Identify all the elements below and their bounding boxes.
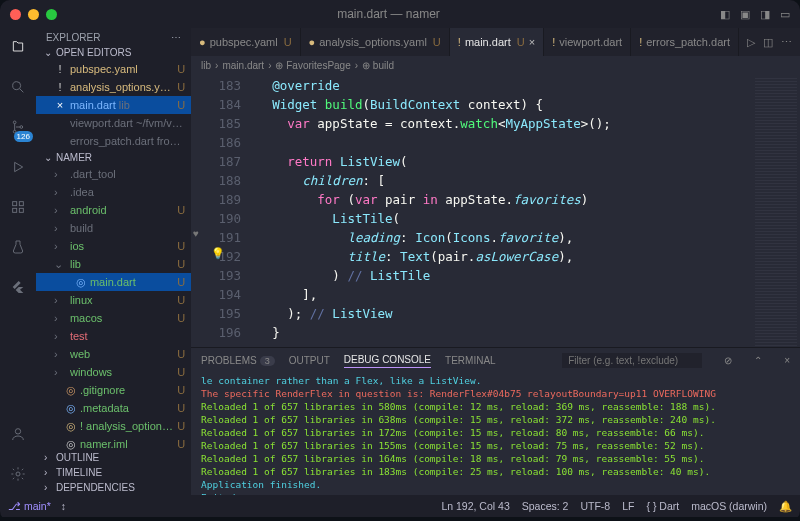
- open-editor-item[interactable]: ×main.dart libU: [36, 96, 191, 114]
- layout-panel-icon[interactable]: ▣: [740, 8, 750, 21]
- svg-rect-4: [13, 202, 17, 206]
- console-line: Reloaded 1 of 657 libraries in 155ms (co…: [201, 439, 790, 452]
- breadcrumbs[interactable]: lib›main.dart›⊕ FavoritesPage›⊕ build: [191, 56, 800, 74]
- console-line: Reloaded 1 of 657 libraries in 638ms (co…: [201, 413, 790, 426]
- sync-icon[interactable]: ↕: [61, 500, 66, 512]
- editor-tabs: ●pubspec.yamlU●analysis_options.yamlU!ma…: [191, 28, 800, 56]
- git-branch[interactable]: ⎇ main*: [8, 500, 51, 512]
- breadcrumb-item[interactable]: ⊕ build: [362, 60, 394, 71]
- sidebar: EXPLORER ⋯ ⌄OPEN EDITORS !pubspec.yamlU!…: [36, 28, 191, 495]
- file-item[interactable]: ◎.metadataU: [36, 399, 191, 417]
- folder-item[interactable]: ›.idea: [36, 183, 191, 201]
- gear-icon[interactable]: [7, 463, 29, 485]
- minimize-icon[interactable]: [28, 9, 39, 20]
- console-line: Reloaded 1 of 657 libraries in 164ms (co…: [201, 452, 790, 465]
- panel-tabs: PROBLEMS3 OUTPUT DEBUG CONSOLE TERMINAL …: [191, 348, 800, 372]
- svg-rect-7: [19, 208, 23, 212]
- folder-item[interactable]: ›webU: [36, 345, 191, 363]
- editor-tab[interactable]: ●pubspec.yamlU: [191, 28, 300, 56]
- timeline-section[interactable]: ›TIMELINE: [36, 465, 191, 480]
- search-icon[interactable]: [7, 76, 29, 98]
- breadcrumb-item[interactable]: main.dart: [222, 60, 264, 71]
- clear-icon[interactable]: ⊘: [724, 355, 732, 366]
- status-item[interactable]: macOS (darwin): [691, 500, 767, 512]
- open-editor-item[interactable]: errors_patch.dart from the SDK: [36, 132, 191, 150]
- editor-tab[interactable]: ●analysis_options.yamlU: [301, 28, 450, 56]
- run-icon[interactable]: ▷: [747, 36, 755, 49]
- close-icon[interactable]: [10, 9, 21, 20]
- split-icon[interactable]: ◫: [763, 36, 773, 49]
- status-item[interactable]: LF: [622, 500, 634, 512]
- minimap[interactable]: [755, 78, 797, 347]
- sidebar-header: EXPLORER ⋯: [36, 28, 191, 45]
- bell-icon[interactable]: 🔔: [779, 500, 792, 513]
- sidebar-title: EXPLORER: [46, 32, 100, 43]
- console-line: Application finished.: [201, 478, 790, 491]
- folder-item[interactable]: ›windowsU: [36, 363, 191, 381]
- tab-debug-console[interactable]: DEBUG CONSOLE: [344, 352, 431, 368]
- folder-item[interactable]: ›androidU: [36, 201, 191, 219]
- open-editor-item[interactable]: !analysis_options.yamlU: [36, 78, 191, 96]
- file-item[interactable]: ◎! analysis_options.yamlU: [36, 417, 191, 435]
- file-item[interactable]: ◎main.dartU: [36, 273, 191, 291]
- panel-close-icon[interactable]: ×: [784, 355, 790, 366]
- project-section[interactable]: ⌄NAMER: [36, 150, 191, 165]
- editor-tab[interactable]: !errors_patch.dart: [631, 28, 739, 56]
- outline-section[interactable]: ›OUTLINE: [36, 450, 191, 465]
- titlebar: main.dart — namer ◧ ▣ ◨ ▭: [0, 0, 800, 28]
- source-control-icon[interactable]: 126: [7, 116, 29, 138]
- editor: ●pubspec.yamlU●analysis_options.yamlU!ma…: [191, 28, 800, 495]
- account-icon[interactable]: [7, 423, 29, 445]
- panel: PROBLEMS3 OUTPUT DEBUG CONSOLE TERMINAL …: [191, 347, 800, 495]
- svg-point-3: [20, 126, 23, 129]
- tab-terminal[interactable]: TERMINAL: [445, 353, 496, 368]
- code-content[interactable]: @override Widget build(BuildContext cont…: [249, 74, 755, 347]
- explorer-icon[interactable]: [7, 36, 29, 58]
- layout-sidebar-icon[interactable]: ◧: [720, 8, 730, 21]
- open-editor-item[interactable]: viewport.dart ~/fvm/versions/stable/pack…: [36, 114, 191, 132]
- console-line: Reloaded 1 of 657 libraries in 172ms (co…: [201, 426, 790, 439]
- file-item[interactable]: ◎.gitignoreU: [36, 381, 191, 399]
- editor-tab[interactable]: !viewport.dart: [544, 28, 631, 56]
- file-item[interactable]: ◎namer.imlU: [36, 435, 191, 450]
- layout-sidebar-right-icon[interactable]: ◨: [760, 8, 770, 21]
- folder-item[interactable]: ⌄libU: [36, 255, 191, 273]
- tab-problems[interactable]: PROBLEMS3: [201, 353, 275, 368]
- maximize-icon[interactable]: [46, 9, 57, 20]
- test-icon[interactable]: [7, 236, 29, 258]
- open-editor-item[interactable]: !pubspec.yamlU: [36, 60, 191, 78]
- svg-point-8: [15, 429, 20, 434]
- svg-point-9: [16, 472, 20, 476]
- breadcrumb-item[interactable]: lib: [201, 60, 211, 71]
- folder-item[interactable]: ›.dart_tool: [36, 165, 191, 183]
- more-icon[interactable]: ⋯: [171, 32, 181, 43]
- svg-point-1: [13, 121, 16, 124]
- console-line: Reloaded 1 of 657 libraries in 580ms (co…: [201, 400, 790, 413]
- console-line: Reloaded 1 of 657 libraries in 183ms (co…: [201, 465, 790, 478]
- statusbar: ⎇ main* ↕ Ln 192, Col 43Spaces: 2UTF-8LF…: [0, 495, 800, 517]
- folder-item[interactable]: ›iosU: [36, 237, 191, 255]
- folder-item[interactable]: ›linuxU: [36, 291, 191, 309]
- folder-item[interactable]: ›build: [36, 219, 191, 237]
- debug-console-output[interactable]: le container rather than a Flex, like a …: [191, 372, 800, 495]
- flutter-icon[interactable]: [7, 276, 29, 298]
- layout-full-icon[interactable]: ▭: [780, 8, 790, 21]
- filter-input[interactable]: [562, 353, 702, 368]
- debug-icon[interactable]: [7, 156, 29, 178]
- status-item[interactable]: Spaces: 2: [522, 500, 569, 512]
- folder-item[interactable]: ›test: [36, 327, 191, 345]
- breadcrumb-item[interactable]: ⊕ FavoritesPage: [275, 60, 350, 71]
- status-item[interactable]: UTF-8: [580, 500, 610, 512]
- open-editors-section[interactable]: ⌄OPEN EDITORS: [36, 45, 191, 60]
- panel-chevron-icon[interactable]: ⌃: [754, 355, 762, 366]
- folder-item[interactable]: ›macosU: [36, 309, 191, 327]
- extensions-icon[interactable]: [7, 196, 29, 218]
- more-icon[interactable]: ⋯: [781, 36, 792, 49]
- status-item[interactable]: Ln 192, Col 43: [441, 500, 509, 512]
- tab-output[interactable]: OUTPUT: [289, 353, 330, 368]
- dependencies-section[interactable]: ›DEPENDENCIES: [36, 480, 191, 495]
- scm-badge: 126: [14, 131, 33, 142]
- status-item[interactable]: { } Dart: [646, 500, 679, 512]
- code-area[interactable]: ♥ 18318418518618718818919019119219319419…: [191, 74, 800, 347]
- editor-tab[interactable]: !main.dartU ×: [450, 28, 544, 56]
